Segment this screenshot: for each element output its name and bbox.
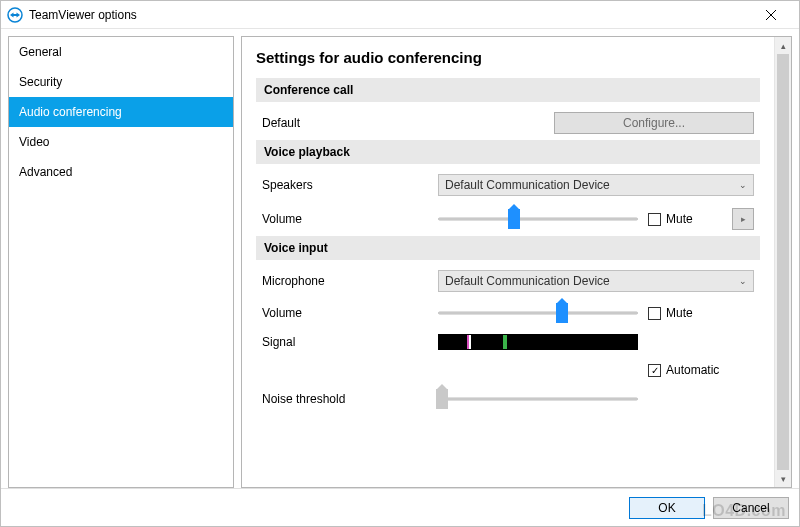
section-voice-playback: Voice playback	[256, 140, 760, 164]
chevron-down-icon: ⌄	[739, 276, 747, 286]
sidebar: General Security Audio conferencing Vide…	[8, 36, 234, 488]
cancel-button[interactable]: Cancel	[713, 497, 789, 519]
row-playback-volume: Volume Mute ▸	[256, 202, 760, 236]
close-icon	[766, 10, 776, 20]
checkbox-box: ✓	[648, 364, 661, 377]
checkbox-box	[648, 307, 661, 320]
configure-button[interactable]: Configure...	[554, 112, 754, 134]
sidebar-item-advanced[interactable]: Advanced	[9, 157, 233, 187]
play-icon: ▸	[741, 214, 746, 224]
row-conference-default: Default Configure...	[256, 106, 760, 140]
scroll-down-icon[interactable]: ▾	[775, 470, 791, 487]
scroll-up-icon[interactable]: ▴	[775, 37, 791, 54]
label-signal: Signal	[262, 335, 438, 349]
slider-thumb[interactable]	[436, 389, 448, 409]
ok-button[interactable]: OK	[629, 497, 705, 519]
window-title: TeamViewer options	[29, 8, 137, 22]
noise-threshold-slider[interactable]	[438, 390, 638, 408]
checkbox-box	[648, 213, 661, 226]
section-voice-input: Voice input	[256, 236, 760, 260]
label-noise-threshold: Noise threshold	[262, 392, 438, 406]
footer: OK Cancel	[1, 488, 799, 526]
app-icon	[7, 7, 23, 23]
section-conference-call: Conference call	[256, 78, 760, 102]
slider-thumb[interactable]	[556, 303, 568, 323]
close-button[interactable]	[751, 1, 791, 28]
options-window: TeamViewer options General Security Audi…	[0, 0, 800, 527]
sidebar-item-security[interactable]: Security	[9, 67, 233, 97]
main-content: Settings for audio conferencing Conferen…	[242, 37, 774, 487]
row-signal: Signal	[256, 328, 760, 356]
row-input-volume: Volume Mute	[256, 298, 760, 328]
automatic-checkbox[interactable]: ✓ Automatic	[648, 363, 719, 377]
input-volume-slider[interactable]	[438, 304, 638, 322]
page-title: Settings for audio conferencing	[256, 49, 760, 66]
label-input-volume: Volume	[262, 306, 438, 320]
input-mute-checkbox[interactable]: Mute	[648, 306, 693, 320]
label-microphone: Microphone	[262, 274, 438, 288]
slider-thumb[interactable]	[508, 209, 520, 229]
signal-meter	[438, 334, 638, 350]
label-speakers: Speakers	[262, 178, 438, 192]
speakers-select-value: Default Communication Device	[445, 178, 610, 192]
sidebar-item-audio-conferencing[interactable]: Audio conferencing	[9, 97, 233, 127]
row-microphone: Microphone Default Communication Device …	[256, 264, 760, 298]
sidebar-item-video[interactable]: Video	[9, 127, 233, 157]
speakers-select[interactable]: Default Communication Device ⌄	[438, 174, 754, 196]
playback-mute-checkbox[interactable]: Mute	[648, 212, 693, 226]
row-automatic: ✓ Automatic	[256, 356, 760, 384]
playback-volume-slider[interactable]	[438, 210, 638, 228]
microphone-select-value: Default Communication Device	[445, 274, 610, 288]
row-speakers: Speakers Default Communication Device ⌄	[256, 168, 760, 202]
scrollbar[interactable]: ▴ ▾	[774, 37, 791, 487]
label-playback-volume: Volume	[262, 212, 438, 226]
scroll-track[interactable]	[775, 54, 791, 470]
sidebar-item-general[interactable]: General	[9, 37, 233, 67]
label-default: Default	[262, 116, 438, 130]
microphone-select[interactable]: Default Communication Device ⌄	[438, 270, 754, 292]
svg-rect-3	[13, 14, 17, 16]
main-panel: Settings for audio conferencing Conferen…	[241, 36, 792, 488]
scroll-thumb[interactable]	[777, 54, 789, 470]
chevron-down-icon: ⌄	[739, 180, 747, 190]
titlebar: TeamViewer options	[1, 1, 799, 29]
playback-test-button[interactable]: ▸	[732, 208, 754, 230]
row-noise-threshold: Noise threshold	[256, 384, 760, 414]
body: General Security Audio conferencing Vide…	[1, 29, 799, 488]
